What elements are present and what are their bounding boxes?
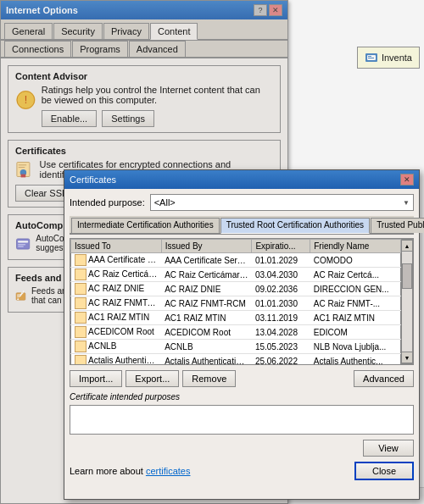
cert-row-icon bbox=[75, 326, 86, 338]
cert-purposes-label: Certificate intended purposes bbox=[70, 392, 414, 402]
col-friendly-name: Friendly Name bbox=[310, 240, 401, 253]
cert-row-icon bbox=[75, 312, 86, 324]
row-issued-to: AC Raiz Certicámar... bbox=[71, 268, 162, 282]
row-expiration: 01.01.2029 bbox=[252, 253, 310, 268]
view-button[interactable]: View bbox=[363, 440, 414, 457]
cert-window-content: Intended purpose: <All> ▼ Intermediate C… bbox=[64, 189, 419, 485]
certificates-window: Certificates ✕ Intended purpose: <All> ▼… bbox=[64, 169, 420, 500]
close-button[interactable]: Close bbox=[354, 462, 414, 480]
table-row[interactable]: AC RAIZ DNIE AC RAIZ DNIE 09.02.2036 DIR… bbox=[71, 282, 401, 296]
table-row[interactable]: AC Raiz Certicámar... AC Raiz Certicámar… bbox=[71, 268, 401, 282]
row-expiration: 25.06.2022 bbox=[252, 354, 310, 365]
dropdown-arrow-icon: ▼ bbox=[403, 199, 410, 207]
row-issued-to: AAA Certificate Serv... bbox=[71, 253, 162, 268]
row-friendly-name: EDICOM bbox=[310, 325, 401, 340]
purpose-dropdown[interactable]: <All> ▼ bbox=[150, 194, 414, 211]
row-expiration: 09.02.2036 bbox=[252, 282, 310, 296]
cert-row-icon bbox=[75, 297, 86, 309]
certificates-link[interactable]: certificates bbox=[146, 466, 191, 476]
row-expiration: 03.11.2019 bbox=[252, 311, 310, 325]
row-expiration: 03.04.2030 bbox=[252, 268, 310, 282]
tab-trusted-publ[interactable]: Trusted Publ bbox=[371, 218, 424, 233]
cert-row-icon bbox=[75, 254, 86, 266]
col-issued-to: Issued To bbox=[71, 240, 162, 253]
row-issued-to: AC RAIZ DNIE bbox=[71, 282, 162, 296]
row-friendly-name: AC1 RAIZ MTIN bbox=[310, 311, 401, 325]
table-row[interactable]: Actalis Authenticati... Actalis Authenti… bbox=[71, 354, 401, 365]
row-issued-to: ACNLB bbox=[71, 340, 162, 354]
cert-row-icon bbox=[75, 355, 86, 364]
table-row[interactable]: AC RAIZ FNMT-RCM AC RAIZ FNMT-RCM 01.01.… bbox=[71, 296, 401, 311]
certificate-table-container: Issued To Issued By Expiratio... Friendl… bbox=[70, 238, 414, 365]
row-expiration: 15.05.2023 bbox=[252, 340, 310, 354]
cert-table-header: Issued To Issued By Expiratio... Friendl… bbox=[71, 240, 401, 253]
purpose-label: Intended purpose: bbox=[70, 197, 145, 208]
certificate-table: Issued To Issued By Expiratio... Friendl… bbox=[70, 239, 401, 364]
table-row[interactable]: AAA Certificate Serv... AAA Certificate … bbox=[71, 253, 401, 268]
remove-button[interactable]: Remove bbox=[182, 370, 236, 387]
row-issued-to: AC1 RAIZ MTIN bbox=[71, 311, 162, 325]
table-scrollbar: ▲ ▼ bbox=[401, 239, 413, 364]
row-issued-by: ACEDICOM Root bbox=[161, 325, 252, 340]
inner-tab-bar: Intermediate Certification Authorities T… bbox=[70, 216, 414, 235]
advanced-button[interactable]: Advanced bbox=[354, 370, 414, 387]
cert-titlebar-buttons: ✕ bbox=[400, 174, 414, 186]
table-row[interactable]: AC1 RAIZ MTIN AC1 RAIZ MTIN 03.11.2019 A… bbox=[71, 311, 401, 325]
cert-row-icon bbox=[75, 283, 86, 295]
scrollbar-up-button[interactable]: ▲ bbox=[401, 240, 413, 252]
import-button[interactable]: Import... bbox=[70, 370, 122, 387]
tab-intermediate[interactable]: Intermediate Certification Authorities bbox=[71, 218, 220, 233]
view-btn-row: View bbox=[70, 440, 414, 457]
learn-more-static: Learn more about bbox=[70, 466, 143, 476]
row-friendly-name: COMODO bbox=[310, 253, 401, 268]
cert-close-x-button[interactable]: ✕ bbox=[400, 174, 414, 186]
row-issued-to: Actalis Authenticati... bbox=[71, 354, 162, 365]
certificate-table-inner: Issued To Issued By Expiratio... Friendl… bbox=[70, 239, 401, 364]
learn-more-text: Learn more about certificates bbox=[70, 466, 190, 476]
row-expiration: 01.01.2030 bbox=[252, 296, 310, 311]
row-issued-by: Actalis Authentication... bbox=[161, 354, 252, 365]
row-expiration: 13.04.2028 bbox=[252, 325, 310, 340]
scrollbar-thumb[interactable] bbox=[402, 263, 412, 289]
table-row[interactable]: ACNLB ACNLB 15.05.2023 NLB Nova Ljublja.… bbox=[71, 340, 401, 354]
table-row[interactable]: ACEDICOM Root ACEDICOM Root 13.04.2028 E… bbox=[71, 325, 401, 340]
scrollbar-down-button[interactable]: ▼ bbox=[401, 352, 413, 363]
row-friendly-name: DIRECCION GEN... bbox=[310, 282, 401, 296]
row-issued-by: AC1 RAIZ MTIN bbox=[161, 311, 252, 325]
row-issued-to: AC RAIZ FNMT-RCM bbox=[71, 296, 162, 311]
row-issued-by: AC RAIZ FNMT-RCM bbox=[161, 296, 252, 311]
row-friendly-name: NLB Nova Ljublja... bbox=[310, 340, 401, 354]
purpose-row: Intended purpose: <All> ▼ bbox=[70, 194, 414, 211]
tab-trusted-root[interactable]: Trusted Root Certification Authorities bbox=[220, 218, 370, 234]
row-friendly-name: AC Raiz FNMT-... bbox=[310, 296, 401, 311]
cert-table-body: AAA Certificate Serv... AAA Certificate … bbox=[71, 253, 401, 365]
row-issued-by: ACNLB bbox=[161, 340, 252, 354]
row-issued-by: AAA Certificate Services bbox=[161, 253, 252, 268]
cert-row-icon bbox=[75, 269, 86, 280]
cert-window-titlebar: Certificates ✕ bbox=[64, 170, 419, 189]
row-issued-by: AC RAIZ DNIE bbox=[161, 282, 252, 296]
learn-more-row: Learn more about certificates Close bbox=[70, 462, 414, 480]
col-issued-by: Issued By bbox=[161, 240, 252, 253]
export-button[interactable]: Export... bbox=[126, 370, 179, 387]
cert-window-title: Certificates bbox=[70, 174, 116, 185]
row-issued-by: AC Raiz Certicámara ... bbox=[161, 268, 252, 282]
cert-purposes-area bbox=[70, 405, 414, 435]
row-issued-to: ACEDICOM Root bbox=[71, 325, 162, 340]
cert-action-buttons: Import... Export... Remove Advanced bbox=[70, 370, 414, 387]
col-expiration: Expiratio... bbox=[252, 240, 310, 253]
cert-row-icon bbox=[75, 341, 86, 352]
purpose-value: <All> bbox=[154, 197, 176, 208]
row-friendly-name: Actalis Authentic... bbox=[310, 354, 401, 365]
row-friendly-name: AC Raiz Certcá... bbox=[310, 268, 401, 282]
